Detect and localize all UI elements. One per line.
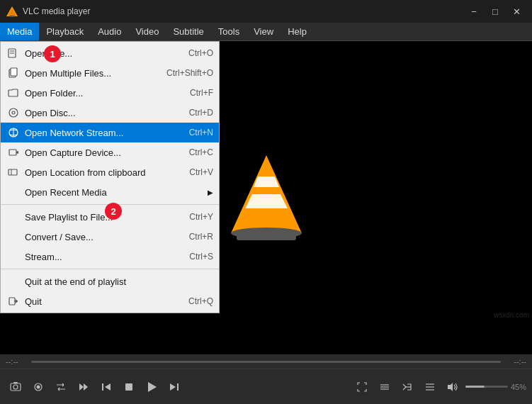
volume-fill	[465, 386, 485, 388]
divider-1	[1, 204, 219, 205]
volume-area: 45%	[443, 377, 526, 397]
svg-marker-5	[245, 194, 288, 208]
menu-open-multiple[interactable]: Open Multiple Files... Ctrl+Shift+O	[1, 63, 219, 83]
open-recent-icon	[6, 185, 21, 199]
svg-marker-35	[148, 382, 157, 392]
quit-end-icon	[6, 274, 21, 288]
quit-shortcut: Ctrl+Q	[188, 296, 213, 306]
menubar: Media Playback Audio Video Subtitle Tool…	[0, 23, 532, 41]
forward-frame-button[interactable]	[74, 377, 94, 397]
save-playlist-icon	[6, 210, 21, 224]
maximize-button[interactable]: □	[485, 4, 505, 18]
time-left: --:--	[6, 357, 27, 366]
open-disc-label: Open Disc...	[25, 108, 175, 118]
record-button[interactable]	[28, 377, 48, 397]
fullscreen-button[interactable]	[352, 377, 372, 397]
open-capture-shortcut: Ctrl+C	[189, 147, 213, 157]
open-recent-arrow: ▶	[208, 189, 213, 196]
time-right: --:--	[505, 357, 526, 366]
open-network-shortcut: Ctrl+N	[189, 128, 213, 138]
seekbar[interactable]	[31, 361, 501, 363]
menu-open-folder[interactable]: Open Folder... Ctrl+F	[1, 83, 219, 103]
convert-shortcut: Ctrl+R	[189, 232, 213, 242]
menu-help[interactable]: Help	[281, 23, 314, 40]
main-content: Open File... Ctrl+O Open Multiple Files.…	[0, 41, 532, 354]
vlc-cone-logo	[224, 148, 309, 247]
svg-rect-22	[9, 298, 15, 305]
controls-bar: 45%	[0, 369, 532, 404]
svg-rect-2	[9, 16, 15, 17]
volume-button[interactable]	[443, 377, 463, 397]
open-multiple-icon	[6, 66, 21, 80]
svg-marker-31	[84, 383, 88, 391]
open-recent-label: Open Recent Media	[25, 187, 205, 198]
menu-open-location[interactable]: Open Location from clipboard Ctrl+V	[1, 162, 219, 182]
volume-slider[interactable]	[465, 386, 508, 388]
close-button[interactable]: ✕	[506, 4, 526, 18]
toggle-playlist-button[interactable]	[420, 377, 440, 397]
stream-icon	[6, 249, 21, 264]
menu-view[interactable]: View	[247, 23, 281, 40]
stream-label: Stream...	[25, 252, 175, 262]
open-folder-icon	[6, 86, 21, 100]
svg-point-26	[13, 385, 18, 389]
menu-save-playlist[interactable]: Save Playlist to File... Ctrl+Y	[1, 207, 219, 227]
menu-audio[interactable]: Audio	[91, 23, 128, 40]
svg-marker-32	[105, 383, 111, 391]
divider-2	[1, 269, 219, 269]
open-file-label: Open File...	[25, 48, 174, 59]
open-disc-shortcut: Ctrl+D	[189, 108, 213, 118]
svg-marker-24	[16, 299, 18, 303]
open-capture-label: Open Capture Device...	[25, 147, 175, 158]
vlc-window: VLC media player − □ ✕ Media Playback Au…	[0, 0, 532, 404]
svg-point-15	[12, 111, 15, 114]
stop-button[interactable]	[119, 377, 139, 397]
menu-open-network[interactable]: Open Network Stream... Ctrl+N	[1, 123, 219, 142]
menu-stream[interactable]: Stream... Ctrl+S	[1, 247, 219, 266]
volume-label: 45%	[511, 383, 526, 391]
media-dropdown-menu: Open File... Ctrl+O Open Multiple Files.…	[0, 41, 220, 313]
menu-tools[interactable]: Tools	[211, 23, 247, 40]
open-network-icon	[6, 125, 21, 140]
svg-rect-33	[102, 383, 103, 391]
watermark: wsxdn.com	[494, 311, 529, 319]
open-folder-shortcut: Ctrl+F	[190, 88, 213, 98]
open-file-icon	[6, 46, 21, 60]
menu-playback[interactable]: Playback	[39, 23, 91, 40]
menu-quit-end[interactable]: Quit at the end of playlist	[1, 271, 219, 291]
random-button[interactable]	[397, 377, 417, 397]
window-controls: − □ ✕	[464, 4, 526, 18]
menu-subtitle[interactable]: Subtitle	[166, 23, 210, 40]
svg-marker-36	[170, 383, 176, 391]
svg-rect-20	[9, 169, 17, 175]
next-button[interactable]	[164, 377, 184, 397]
menu-media[interactable]: Media	[0, 23, 39, 40]
play-button[interactable]	[142, 377, 162, 397]
screenshot-button[interactable]	[6, 377, 26, 397]
svg-point-29	[37, 385, 40, 388]
menu-convert[interactable]: Convert / Save... Ctrl+R	[1, 227, 219, 247]
menu-video[interactable]: Video	[128, 23, 166, 40]
bottom-section: --:-- --:--	[0, 354, 532, 404]
quit-end-label: Quit at the end of playlist	[25, 276, 213, 287]
titlebar: VLC media player − □ ✕	[0, 0, 532, 23]
minimize-button[interactable]: −	[464, 4, 484, 18]
menu-open-capture[interactable]: Open Capture Device... Ctrl+C	[1, 142, 219, 162]
svg-marker-45	[448, 383, 453, 391]
prev-button[interactable]	[96, 377, 116, 397]
open-file-shortcut: Ctrl+O	[188, 48, 213, 58]
open-location-shortcut: Ctrl+V	[189, 167, 213, 177]
menu-open-recent[interactable]: Open Recent Media ▶	[1, 182, 219, 202]
menu-open-file[interactable]: Open File... Ctrl+O	[1, 43, 219, 63]
loop-button[interactable]	[51, 377, 71, 397]
quit-icon	[6, 294, 21, 308]
menu-open-disc[interactable]: Open Disc... Ctrl+D	[1, 103, 219, 123]
svg-rect-8	[237, 232, 296, 240]
open-multiple-label: Open Multiple Files...	[25, 68, 152, 79]
menu-quit[interactable]: Quit Ctrl+Q	[1, 291, 219, 311]
convert-label: Convert / Save...	[25, 232, 175, 242]
extended-settings-button[interactable]	[375, 377, 395, 397]
save-playlist-shortcut: Ctrl+Y	[189, 212, 213, 222]
open-folder-label: Open Folder...	[25, 88, 176, 99]
stream-shortcut: Ctrl+S	[189, 252, 213, 262]
